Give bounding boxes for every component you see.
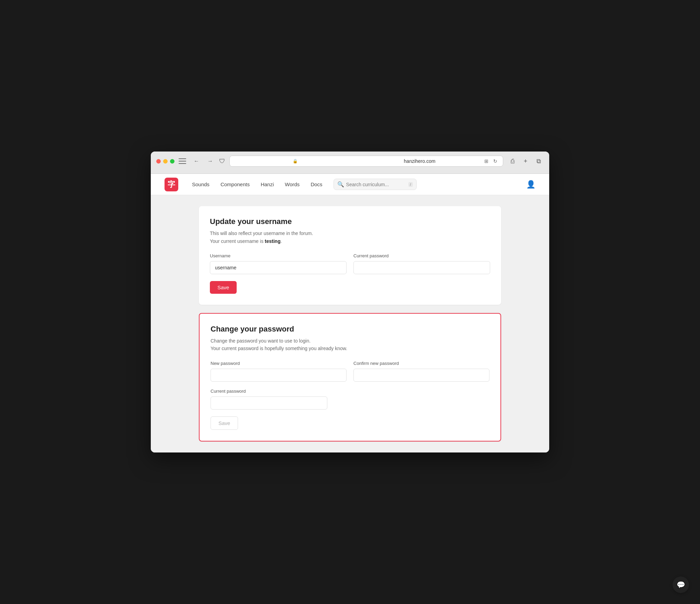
password-desc-line1: Change the password you want to use to l… bbox=[211, 338, 311, 344]
search-input[interactable] bbox=[346, 182, 406, 187]
confirm-password-input[interactable] bbox=[353, 369, 489, 382]
browser-window: ← → 🛡 🔒 hanzihero.com ⊞ ↻ ⎙ + ⧉ 字 bbox=[151, 152, 549, 452]
back-button[interactable]: ← bbox=[192, 156, 201, 166]
app-header: 字 Sounds Components Hanzi Words Docs 🔍 /… bbox=[151, 174, 549, 195]
current-password-label: Current password bbox=[353, 253, 490, 258]
lock-icon: 🔒 bbox=[234, 159, 357, 164]
nav-item-docs[interactable]: Docs bbox=[311, 181, 322, 187]
nav-item-components[interactable]: Components bbox=[221, 181, 250, 187]
minimize-button[interactable] bbox=[163, 159, 168, 164]
username-form-row: Username Current password bbox=[210, 253, 490, 274]
username-desc-line2: Your current username is bbox=[210, 238, 265, 244]
toolbar-right: ⎙ + ⧉ bbox=[507, 156, 544, 166]
maximize-button[interactable] bbox=[170, 159, 174, 164]
tabs-overview-button[interactable]: ⧉ bbox=[533, 156, 544, 166]
search-bar[interactable]: 🔍 / bbox=[334, 179, 417, 190]
update-username-card: Update your username This will also refl… bbox=[199, 206, 501, 305]
translate-button[interactable]: ⊞ bbox=[483, 158, 490, 165]
password-save-button[interactable]: Save bbox=[211, 416, 238, 430]
confirm-password-field-group: Confirm new password bbox=[353, 361, 489, 382]
password-current-field-group: Current password bbox=[211, 389, 327, 410]
nav-item-sounds[interactable]: Sounds bbox=[192, 181, 210, 187]
forward-button[interactable]: → bbox=[205, 156, 215, 166]
password-save-row: Save bbox=[211, 416, 489, 430]
reload-button[interactable]: ↻ bbox=[492, 158, 499, 165]
username-card-description: This will also reflect your username in … bbox=[210, 230, 490, 245]
username-desc-end: . bbox=[281, 238, 282, 244]
search-icon: 🔍 bbox=[337, 181, 344, 188]
address-bar[interactable]: 🔒 hanzihero.com ⊞ ↻ bbox=[229, 156, 503, 167]
url-display: hanzihero.com bbox=[359, 158, 481, 164]
sidebar-toggle[interactable] bbox=[179, 158, 186, 164]
password-current-row: Current password bbox=[211, 389, 489, 410]
shield-icon: 🛡 bbox=[219, 158, 225, 165]
close-button[interactable] bbox=[156, 159, 161, 164]
password-card-title: Change your password bbox=[211, 325, 489, 334]
confirm-password-label: Confirm new password bbox=[353, 361, 489, 366]
username-label: Username bbox=[210, 253, 347, 258]
nav-item-words[interactable]: Words bbox=[285, 181, 300, 187]
username-input[interactable] bbox=[210, 261, 347, 274]
new-password-input[interactable] bbox=[211, 369, 347, 382]
username-save-button[interactable]: Save bbox=[210, 281, 237, 294]
traffic-lights bbox=[156, 159, 174, 164]
new-tab-button[interactable]: + bbox=[520, 156, 531, 166]
user-profile-button[interactable]: 👤 bbox=[526, 180, 535, 189]
new-password-label: New password bbox=[211, 361, 347, 366]
browser-tabs-area bbox=[156, 170, 544, 174]
password-desc-line2: Your current password is hopefully somet… bbox=[211, 346, 347, 351]
chat-widget[interactable]: 💬 bbox=[673, 577, 689, 593]
new-password-field-group: New password bbox=[211, 361, 347, 382]
password-form-row: New password Confirm new password bbox=[211, 361, 489, 382]
nav-item-hanzi[interactable]: Hanzi bbox=[261, 181, 274, 187]
app-nav: Sounds Components Hanzi Words Docs 🔍 / bbox=[192, 179, 521, 190]
browser-toolbar: ← → 🛡 🔒 hanzihero.com ⊞ ↻ ⎙ + ⧉ bbox=[156, 156, 544, 167]
password-current-input[interactable] bbox=[211, 396, 327, 410]
username-field-group: Username bbox=[210, 253, 347, 274]
password-card-description: Change the password you want to use to l… bbox=[211, 337, 489, 353]
page-content: 字 Sounds Components Hanzi Words Docs 🔍 /… bbox=[151, 174, 549, 452]
username-desc-line1: This will also reflect your username in … bbox=[210, 231, 313, 236]
username-card-title: Update your username bbox=[210, 217, 490, 226]
current-password-input[interactable] bbox=[353, 261, 490, 274]
search-kbd: / bbox=[408, 182, 413, 187]
app-logo[interactable]: 字 bbox=[165, 178, 178, 191]
share-button[interactable]: ⎙ bbox=[507, 156, 518, 166]
browser-chrome: ← → 🛡 🔒 hanzihero.com ⊞ ↻ ⎙ + ⧉ bbox=[151, 152, 549, 174]
current-username-bold: testing bbox=[265, 238, 281, 244]
change-password-card: Change your password Change the password… bbox=[199, 313, 501, 441]
main-content: Update your username This will also refl… bbox=[151, 195, 549, 452]
password-current-label: Current password bbox=[211, 389, 327, 394]
current-password-field-group: Current password bbox=[353, 253, 490, 274]
